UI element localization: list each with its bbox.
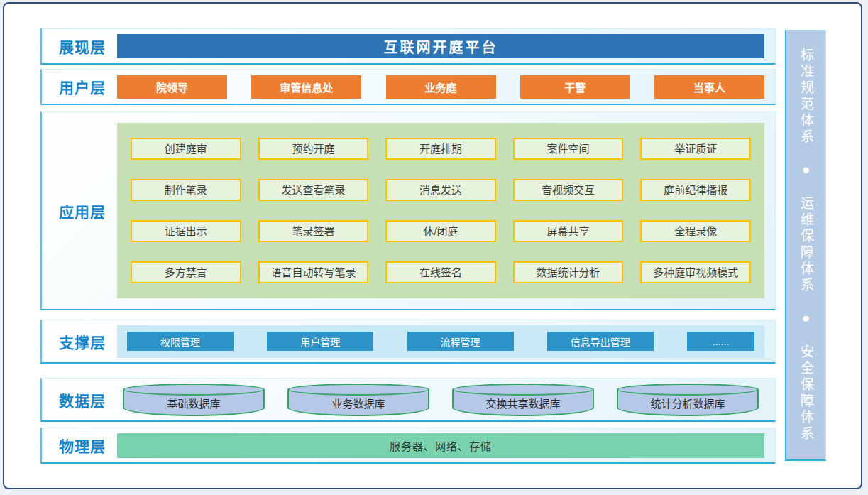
layer-label-application: 应用层 [42,200,117,222]
layer-label-data: 数据层 [42,389,117,410]
application-function-box: 消息发送 [385,179,496,201]
application-function-box: 证据出示 [131,220,241,242]
platform-title-banner: 互联网开庭平台 [117,34,764,58]
user-role-box: 当事人 [654,75,764,99]
application-function-box: 休/闭庭 [385,220,496,242]
physical-resources-bar: 服务器、网络、存储 [117,433,764,458]
user-role-box: 干警 [520,75,630,99]
support-modules-row: 权限管理 用户管理 流程管理 信息导出管理 ...... [117,325,764,358]
application-function-box: 庭前纪律播报 [640,179,751,201]
application-function-box: 开庭排期 [385,138,496,160]
support-module-box: ...... [687,332,754,351]
application-function-box: 创建庭审 [131,138,241,160]
layer-physical: 物理层 服务器、网络、存储 [40,428,776,464]
layer-label-physical: 物理层 [42,435,117,456]
database-cylinder: 基础数据库 [123,384,265,416]
sidebar-systems-text: 标准规范体系 ● 运维保障体系 ● 安全保障体系 [796,48,815,442]
application-function-box: 音视频交互 [513,179,624,201]
application-function-box: 语音自动转写笔录 [258,261,369,283]
support-module-box: 流程管理 [407,332,514,351]
layer-data: 数据层 基础数据库 业务数据库 [40,378,776,422]
application-functions-panel: 创建庭审 预约开庭 开庭排期 案件空间 举证质证 制作笔录 发送查看笔录 消息 [117,123,764,298]
application-function-box: 多方禁言 [131,261,241,283]
layer-user: 用户层 院领导 审管信息处 业务庭 干警 当事人 [40,69,776,105]
application-function-box: 数据统计分析 [513,261,624,283]
databases-row: 基础数据库 业务数据库 交换共享数据库 [117,384,764,416]
application-function-box: 笔录签署 [258,220,369,242]
application-function-box: 屏幕共享 [513,220,624,242]
layer-support: 支撑层 权限管理 用户管理 流程管理 信息导出管理 ...... [40,320,776,364]
database-cylinder: 交换共享数据库 [452,384,594,416]
database-cylinder: 业务数据库 [287,384,429,416]
database-name: 基础数据库 [123,391,265,416]
application-function-box: 预约开庭 [258,138,369,160]
application-function-box: 多种庭审视频模式 [640,261,751,283]
support-module-box: 信息导出管理 [547,332,654,351]
user-role-box: 业务庭 [386,75,496,99]
application-functions-grid: 创建庭审 预约开庭 开庭排期 案件空间 举证质证 制作笔录 发送查看笔录 消息 [131,138,751,283]
support-module-box: 用户管理 [267,332,373,351]
application-function-box: 发送查看笔录 [258,179,369,201]
support-module-box: 权限管理 [127,332,234,351]
layer-application: 应用层 创建庭审 预约开庭 开庭排期 案件空间 举证质证 制作笔 [40,111,776,310]
user-role-row: 院领导 审管信息处 业务庭 干警 当事人 [117,75,764,99]
layer-label-support: 支撑层 [42,331,117,352]
user-role-box: 院领导 [117,75,227,99]
user-role-box: 审管信息处 [251,75,361,99]
application-function-box: 案件空间 [513,138,624,160]
layer-label-user: 用户层 [42,76,117,97]
sidebar-guarantee-systems: 标准规范体系 ● 运维保障体系 ● 安全保障体系 [785,30,826,461]
database-name: 交换共享数据库 [452,391,594,416]
layer-presentation: 展现层 互联网开庭平台 [40,28,776,65]
application-function-box: 全程录像 [640,220,751,242]
application-function-box: 举证质证 [640,138,751,160]
architecture-diagram-canvas: 展现层 互联网开庭平台 用户层 院领导 审管信息处 业务庭 干警 当事人 [0,0,868,495]
application-function-box: 制作笔录 [131,179,241,201]
layer-label-presentation: 展现层 [42,36,117,57]
database-name: 统计分析数据库 [617,391,759,416]
application-function-box: 在线签名 [385,261,496,283]
database-cylinder: 统计分析数据库 [617,384,759,416]
database-name: 业务数据库 [287,391,429,416]
